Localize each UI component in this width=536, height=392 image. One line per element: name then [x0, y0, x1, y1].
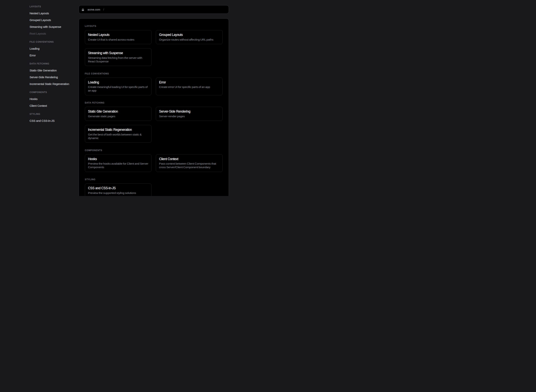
demo-card-static-site-generation[interactable]: Static-Site Generation Generate static p… — [85, 107, 152, 121]
sidebar-group-styling: STYLING CSS and CSS-in-JS — [29, 112, 77, 124]
demo-card-streaming-with-suspense[interactable]: Streaming with Suspense Streaming data f… — [85, 48, 152, 66]
sidebar-item-incremental-static-regeneration[interactable]: Incremental Static Regeneration — [29, 80, 77, 87]
sidebar-item-hooks[interactable]: Hooks — [29, 95, 77, 102]
sidebar-group-label-layouts: LAYOUTS — [29, 5, 77, 8]
demo-card-client-context[interactable]: Client Context Pass context between Clie… — [156, 154, 223, 172]
demo-card-loading[interactable]: Loading Create meaningful loading UI for… — [85, 78, 152, 95]
address-bar[interactable]: acme.com / — [79, 5, 229, 14]
card-title: Grouped Layouts — [159, 33, 220, 37]
card-title: Nested Layouts — [88, 33, 148, 37]
card-description: Generate static pages — [88, 114, 148, 118]
demo-card-nested-layouts[interactable]: Nested Layouts Create UI that is shared … — [85, 30, 152, 44]
card-grid: CSS and CSS-in-JS Preview the supported … — [85, 183, 223, 196]
panel-section-label-data-fetching: DATA FETCHING — [85, 101, 223, 104]
card-grid: Static-Site Generation Generate static p… — [85, 107, 223, 143]
panel-section-styling: STYLING CSS and CSS-in-JS Preview the su… — [85, 178, 223, 196]
panel-section-label-styling: STYLING — [85, 178, 223, 181]
panel-section-components: COMPONENTS Hooks Preview the hooks avail… — [85, 149, 223, 172]
card-title: Loading — [88, 80, 148, 84]
card-title: Hooks — [88, 157, 148, 161]
sidebar-group-data-fetching: DATA FETCHING Static-Site Generation Ser… — [29, 62, 77, 87]
sidebar-item-loading[interactable]: Loading — [29, 45, 77, 52]
card-grid: Hooks Preview the hooks available for Cl… — [85, 154, 223, 172]
panel-section-label-file-conventions: FILE CONVENTIONS — [85, 72, 223, 75]
sidebar-group-layouts: LAYOUTS Nested Layouts Grouped Layouts S… — [29, 5, 77, 37]
panel-section-label-layouts: LAYOUTS — [85, 25, 223, 28]
demo-card-error[interactable]: Error Create error UI for specific parts… — [156, 78, 223, 95]
sidebar-group-label-styling: STYLING — [29, 112, 77, 116]
sidebar-group-file-conventions: FILE CONVENTIONS Loading Error — [29, 40, 77, 58]
card-description: Create UI that is shared across routes — [88, 38, 148, 41]
lock-icon — [81, 8, 84, 11]
panel-section-file-conventions: FILE CONVENTIONS Loading Create meaningf… — [85, 72, 223, 95]
card-description: Streaming data fetching from the server … — [88, 56, 148, 63]
demo-card-hooks[interactable]: Hooks Preview the hooks available for Cl… — [85, 154, 152, 172]
card-description: Create meaningful loading UI for specifi… — [88, 85, 148, 92]
card-description: Get the best of both worlds between stat… — [88, 133, 148, 140]
panel-section-data-fetching: DATA FETCHING Static-Site Generation Gen… — [85, 101, 223, 143]
card-description: Organize routes without affecting URL pa… — [159, 38, 220, 41]
card-title: Streaming with Suspense — [88, 51, 148, 55]
sidebar-item-client-context[interactable]: Client Context — [29, 102, 77, 109]
card-description: Preview the hooks available for Client a… — [88, 162, 148, 169]
sidebar-item-static-site-generation[interactable]: Static-Site Generation — [29, 67, 77, 74]
sidebar-group-components: COMPONENTS Hooks Client Context — [29, 91, 77, 109]
panel-section-label-components: COMPONENTS — [85, 149, 223, 152]
sidebar-group-label-components: COMPONENTS — [29, 91, 77, 94]
panel-section-layouts: LAYOUTS Nested Layouts Create UI that is… — [85, 25, 223, 66]
sidebar-item-root-layouts[interactable]: Root Layouts — [29, 30, 77, 37]
address-domain: acme.com — [87, 8, 100, 11]
demo-card-grouped-layouts[interactable]: Grouped Layouts Organize routes without … — [156, 30, 223, 44]
card-description: Server-render pages — [159, 114, 220, 118]
sidebar-group-label-file-conventions: FILE CONVENTIONS — [29, 40, 77, 43]
card-title: Incremental Static Regeneration — [88, 127, 148, 132]
card-description: Create error UI for specific parts of an… — [159, 85, 220, 89]
address-path-separator: / — [103, 8, 104, 11]
card-title: CSS and CSS-in-JS — [88, 186, 148, 190]
sidebar-item-grouped-layouts[interactable]: Grouped Layouts — [29, 16, 77, 23]
card-title: Static-Site Generation — [88, 109, 148, 114]
card-title: Error — [159, 80, 220, 84]
card-title: Server-Side Rendering — [159, 109, 220, 114]
demo-card-incremental-static-regeneration[interactable]: Incremental Static Regeneration Get the … — [85, 125, 152, 143]
card-grid: Nested Layouts Create UI that is shared … — [85, 30, 223, 66]
sidebar-item-error[interactable]: Error — [29, 52, 77, 58]
card-description: Pass context between Client Components t… — [159, 162, 220, 169]
demo-card-server-side-rendering[interactable]: Server-Side Rendering Server-render page… — [156, 107, 223, 121]
sidebar-group-label-data-fetching: DATA FETCHING — [29, 62, 77, 65]
sidebar-item-server-side-rendering[interactable]: Server-Side Rendering — [29, 74, 77, 80]
sidebar-item-streaming-with-suspense[interactable]: Streaming with Suspense — [29, 23, 77, 30]
content-panel: LAYOUTS Nested Layouts Create UI that is… — [79, 19, 229, 196]
card-title: Client Context — [159, 157, 220, 161]
sidebar-item-css-and-css-in-js[interactable]: CSS and CSS-in-JS — [29, 117, 77, 124]
sidebar-nav: LAYOUTS Nested Layouts Grouped Layouts S… — [29, 5, 77, 128]
demo-card-css-and-css-in-js[interactable]: CSS and CSS-in-JS Preview the supported … — [85, 183, 152, 196]
card-grid: Loading Create meaningful loading UI for… — [85, 78, 223, 95]
card-description: Preview the supported styling solutions — [88, 191, 148, 195]
sidebar-item-nested-layouts[interactable]: Nested Layouts — [29, 9, 77, 16]
